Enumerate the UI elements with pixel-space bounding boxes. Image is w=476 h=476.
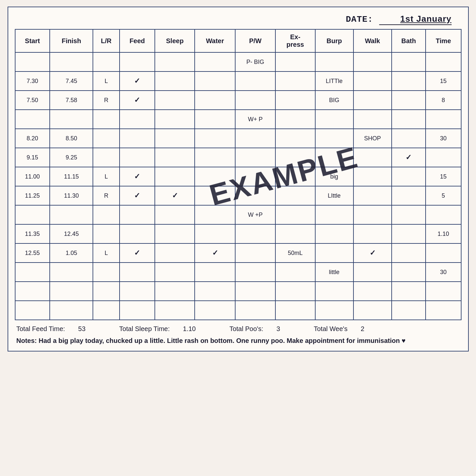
table-cell (235, 71, 275, 91)
table-cell (120, 52, 155, 71)
table-cell (93, 148, 119, 167)
table-cell: R (93, 186, 119, 205)
table-cell (155, 243, 195, 263)
table-cell (275, 110, 315, 129)
table-cell: 9.15 (15, 148, 50, 167)
table-cell (353, 282, 392, 301)
table-cell (426, 110, 461, 129)
table-cell (353, 91, 392, 110)
table-cell (315, 148, 353, 167)
poos-value: 3 (276, 323, 280, 334)
table-cell: 12.45 (50, 224, 93, 243)
table-cell (392, 129, 426, 148)
table-cell (120, 282, 155, 301)
table-row: 12.551.05L✓✓50mL✓ (15, 243, 461, 263)
table-cell: big (315, 167, 353, 186)
table-cell: 12.55 (15, 243, 50, 263)
table-cell: 30 (426, 129, 461, 148)
table-cell (50, 301, 93, 320)
table-cell (392, 243, 426, 263)
table-row (15, 282, 461, 301)
table-cell (392, 91, 426, 110)
table-cell (93, 129, 119, 148)
table-cell: 7.30 (15, 71, 50, 91)
table-row: 9.159.25✓ (15, 148, 461, 167)
table-cell (392, 110, 426, 129)
table-cell: 30 (426, 263, 461, 282)
table-cell (155, 52, 195, 71)
date-value: 1st January (400, 14, 452, 24)
table-cell: L (93, 71, 119, 91)
table-header-row: Start Finish L/R Feed Sleep Water P/W Ex… (15, 29, 461, 52)
table-cell (353, 263, 392, 282)
table-cell (235, 186, 275, 205)
table-cell (235, 301, 275, 320)
table-cell (235, 129, 275, 148)
table-row (15, 301, 461, 320)
table-cell: ✓ (195, 243, 235, 263)
page: DATE: 1st January EXAMPLE Start Finish L… (8, 7, 469, 351)
table-cell (15, 110, 50, 129)
table-cell (195, 263, 235, 282)
table-cell (315, 224, 353, 243)
table-cell: ✓ (120, 243, 155, 263)
table-cell (155, 129, 195, 148)
table-cell: 15 (426, 71, 461, 91)
col-express: Ex-press (275, 29, 315, 52)
sleep-time-value: 1.10 (183, 323, 196, 334)
date-label: DATE: (346, 14, 373, 24)
table-cell (155, 205, 195, 224)
table-cell (426, 282, 461, 301)
table-row: 7.507.58R✓BIG8 (15, 91, 461, 110)
col-lr: L/R (93, 29, 119, 52)
table-cell (392, 71, 426, 91)
table-cell (120, 224, 155, 243)
table-cell (120, 129, 155, 148)
totals-section: Total Feed Time: 53 Total Sleep Time: 1.… (15, 323, 462, 346)
table-cell: BIG (315, 91, 353, 110)
table-cell (195, 167, 235, 186)
table-cell (275, 205, 315, 224)
table-cell (353, 110, 392, 129)
table-cell (315, 243, 353, 263)
table-cell: 7.58 (50, 91, 93, 110)
table-row: W +P (15, 205, 461, 224)
table-cell (235, 224, 275, 243)
table-cell: 7.45 (50, 71, 93, 91)
col-burp: Burp (315, 29, 353, 52)
col-bath: Bath (392, 29, 426, 52)
table-cell (155, 224, 195, 243)
table-cell (392, 186, 426, 205)
table-cell: 50mL (275, 243, 315, 263)
table-cell (120, 148, 155, 167)
table-cell (392, 224, 426, 243)
wees-value: 2 (361, 323, 364, 334)
table-cell (15, 282, 50, 301)
table-cell (353, 52, 392, 71)
table-cell (155, 263, 195, 282)
col-time: Time (426, 29, 461, 52)
table-cell (275, 263, 315, 282)
table-cell (155, 91, 195, 110)
totals-row: Total Feed Time: 53 Total Sleep Time: 1.… (16, 323, 460, 334)
table-cell (93, 263, 119, 282)
notes-row: Notes: Had a big play today, chucked up … (16, 335, 460, 346)
table-row: P- BIG (15, 52, 461, 71)
table-cell (392, 52, 426, 71)
table-cell: 1.10 (426, 224, 461, 243)
table-cell (235, 167, 275, 186)
table-row: 11.2511.30R✓✓LIttle5 (15, 186, 461, 205)
table-row: 11.0011.15L✓big15 (15, 167, 461, 186)
table-cell (50, 52, 93, 71)
col-pw: P/W (235, 29, 275, 52)
table-cell: W+ P (235, 110, 275, 129)
table-cell (155, 71, 195, 91)
table-cell (93, 110, 119, 129)
table-cell: ✓ (120, 186, 155, 205)
table-cell: ✓ (353, 243, 392, 263)
table-cell: ✓ (155, 186, 195, 205)
table-cell: 11.25 (15, 186, 50, 205)
table-cell (93, 205, 119, 224)
table-cell: 1.05 (50, 243, 93, 263)
table-cell (315, 110, 353, 129)
